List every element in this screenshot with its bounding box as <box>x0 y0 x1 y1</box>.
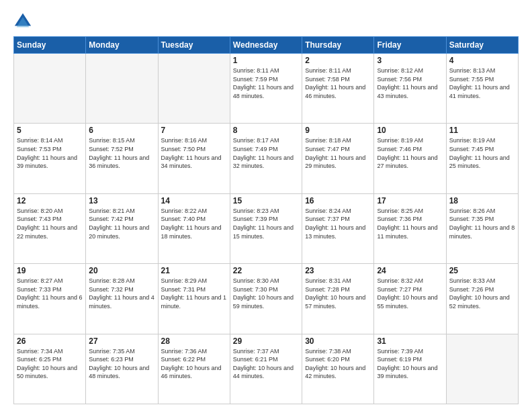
day-number: 7 <box>161 126 227 135</box>
day-cell: 2Sunrise: 8:11 AM Sunset: 7:58 PM Daylig… <box>302 54 374 124</box>
day-number: 18 <box>449 196 515 205</box>
day-cell: 16Sunrise: 8:24 AM Sunset: 7:37 PM Dayli… <box>302 193 374 263</box>
day-info: Sunrise: 8:19 AM Sunset: 7:46 PM Dayligh… <box>377 137 437 169</box>
day-cell: 24Sunrise: 8:32 AM Sunset: 7:27 PM Dayli… <box>374 264 446 334</box>
day-cell: 5Sunrise: 8:14 AM Sunset: 7:53 PM Daylig… <box>14 124 86 193</box>
column-header-friday: Friday <box>374 37 446 54</box>
day-info: Sunrise: 8:28 AM Sunset: 7:32 PM Dayligh… <box>89 277 154 310</box>
logo-icon <box>13 12 32 31</box>
day-info: Sunrise: 8:25 AM Sunset: 7:36 PM Dayligh… <box>377 208 437 240</box>
logo <box>13 12 35 31</box>
day-number: 4 <box>449 56 515 65</box>
day-cell: 15Sunrise: 8:23 AM Sunset: 7:39 PM Dayli… <box>230 193 302 263</box>
day-info: Sunrise: 7:36 AM Sunset: 6:22 PM Dayligh… <box>161 348 222 380</box>
day-number: 11 <box>449 126 515 135</box>
day-info: Sunrise: 7:38 AM Sunset: 6:20 PM Dayligh… <box>305 348 365 380</box>
day-cell: 20Sunrise: 8:28 AM Sunset: 7:32 PM Dayli… <box>86 264 158 334</box>
day-cell: 12Sunrise: 8:20 AM Sunset: 7:43 PM Dayli… <box>14 193 86 263</box>
day-number: 26 <box>17 336 83 346</box>
day-cell <box>86 54 158 124</box>
day-cell <box>446 334 518 404</box>
day-number: 2 <box>305 56 371 65</box>
day-cell: 10Sunrise: 8:19 AM Sunset: 7:46 PM Dayli… <box>374 124 446 193</box>
column-header-monday: Monday <box>86 37 158 54</box>
day-number: 22 <box>233 266 299 275</box>
day-number: 15 <box>233 196 299 205</box>
day-number: 3 <box>377 56 443 65</box>
calendar-header-row: SundayMondayTuesdayWednesdayThursdayFrid… <box>14 37 519 54</box>
day-cell <box>158 54 230 124</box>
day-info: Sunrise: 8:11 AM Sunset: 7:59 PM Dayligh… <box>233 67 294 99</box>
day-cell: 19Sunrise: 8:27 AM Sunset: 7:33 PM Dayli… <box>14 264 86 334</box>
day-info: Sunrise: 8:11 AM Sunset: 7:58 PM Dayligh… <box>305 67 365 99</box>
day-number: 19 <box>17 266 83 275</box>
day-cell: 28Sunrise: 7:36 AM Sunset: 6:22 PM Dayli… <box>158 334 230 404</box>
day-info: Sunrise: 8:26 AM Sunset: 7:35 PM Dayligh… <box>449 208 515 240</box>
day-cell: 22Sunrise: 8:30 AM Sunset: 7:30 PM Dayli… <box>230 264 302 334</box>
week-row-0: 1Sunrise: 8:11 AM Sunset: 7:59 PM Daylig… <box>14 54 519 124</box>
day-info: Sunrise: 7:37 AM Sunset: 6:21 PM Dayligh… <box>233 348 294 380</box>
day-cell: 30Sunrise: 7:38 AM Sunset: 6:20 PM Dayli… <box>302 334 374 404</box>
day-number: 23 <box>305 266 371 275</box>
day-number: 31 <box>377 336 443 346</box>
day-info: Sunrise: 8:27 AM Sunset: 7:33 PM Dayligh… <box>17 277 83 310</box>
day-number: 14 <box>161 196 227 205</box>
day-cell: 7Sunrise: 8:16 AM Sunset: 7:50 PM Daylig… <box>158 124 230 193</box>
day-info: Sunrise: 8:33 AM Sunset: 7:26 PM Dayligh… <box>449 277 510 310</box>
day-number: 17 <box>377 196 443 205</box>
day-info: Sunrise: 7:39 AM Sunset: 6:19 PM Dayligh… <box>377 348 437 380</box>
day-info: Sunrise: 8:31 AM Sunset: 7:28 PM Dayligh… <box>305 277 365 310</box>
page: SundayMondayTuesdayWednesdayThursdayFrid… <box>0 0 532 411</box>
day-cell: 8Sunrise: 8:17 AM Sunset: 7:49 PM Daylig… <box>230 124 302 193</box>
day-cell: 18Sunrise: 8:26 AM Sunset: 7:35 PM Dayli… <box>446 193 518 263</box>
week-row-1: 5Sunrise: 8:14 AM Sunset: 7:53 PM Daylig… <box>14 124 519 193</box>
day-info: Sunrise: 8:23 AM Sunset: 7:39 PM Dayligh… <box>233 208 294 240</box>
day-cell: 11Sunrise: 8:19 AM Sunset: 7:45 PM Dayli… <box>446 124 518 193</box>
day-info: Sunrise: 8:19 AM Sunset: 7:45 PM Dayligh… <box>449 137 510 169</box>
day-cell: 29Sunrise: 7:37 AM Sunset: 6:21 PM Dayli… <box>230 334 302 404</box>
day-number: 27 <box>89 336 154 346</box>
day-number: 9 <box>305 126 371 135</box>
day-cell: 21Sunrise: 8:29 AM Sunset: 7:31 PM Dayli… <box>158 264 230 334</box>
day-info: Sunrise: 8:14 AM Sunset: 7:53 PM Dayligh… <box>17 137 77 169</box>
day-info: Sunrise: 8:18 AM Sunset: 7:47 PM Dayligh… <box>305 137 365 169</box>
day-cell: 17Sunrise: 8:25 AM Sunset: 7:36 PM Dayli… <box>374 193 446 263</box>
day-info: Sunrise: 8:16 AM Sunset: 7:50 PM Dayligh… <box>161 137 222 169</box>
day-info: Sunrise: 8:30 AM Sunset: 7:30 PM Dayligh… <box>233 277 294 310</box>
day-number: 8 <box>233 126 299 135</box>
day-number: 24 <box>377 266 443 275</box>
day-info: Sunrise: 8:20 AM Sunset: 7:43 PM Dayligh… <box>17 208 77 240</box>
column-header-saturday: Saturday <box>446 37 518 54</box>
day-number: 30 <box>305 336 371 346</box>
day-number: 5 <box>17 126 83 135</box>
day-info: Sunrise: 8:12 AM Sunset: 7:56 PM Dayligh… <box>377 67 437 99</box>
day-cell: 3Sunrise: 8:12 AM Sunset: 7:56 PM Daylig… <box>374 54 446 124</box>
day-number: 6 <box>89 126 154 135</box>
day-number: 20 <box>89 266 154 275</box>
day-info: Sunrise: 8:32 AM Sunset: 7:27 PM Dayligh… <box>377 277 437 310</box>
day-number: 21 <box>161 266 227 275</box>
day-cell: 31Sunrise: 7:39 AM Sunset: 6:19 PM Dayli… <box>374 334 446 404</box>
day-cell: 27Sunrise: 7:35 AM Sunset: 6:23 PM Dayli… <box>86 334 158 404</box>
header <box>13 12 519 31</box>
day-cell: 23Sunrise: 8:31 AM Sunset: 7:28 PM Dayli… <box>302 264 374 334</box>
day-cell: 14Sunrise: 8:22 AM Sunset: 7:40 PM Dayli… <box>158 193 230 263</box>
day-number: 12 <box>17 196 83 205</box>
day-info: Sunrise: 8:22 AM Sunset: 7:40 PM Dayligh… <box>161 208 222 240</box>
day-info: Sunrise: 7:35 AM Sunset: 6:23 PM Dayligh… <box>89 348 149 380</box>
day-cell: 1Sunrise: 8:11 AM Sunset: 7:59 PM Daylig… <box>230 54 302 124</box>
week-row-3: 19Sunrise: 8:27 AM Sunset: 7:33 PM Dayli… <box>14 264 519 334</box>
column-header-tuesday: Tuesday <box>158 37 230 54</box>
day-info: Sunrise: 8:24 AM Sunset: 7:37 PM Dayligh… <box>305 208 365 240</box>
day-number: 29 <box>233 336 299 346</box>
day-info: Sunrise: 8:29 AM Sunset: 7:31 PM Dayligh… <box>161 277 227 310</box>
day-cell: 6Sunrise: 8:15 AM Sunset: 7:52 PM Daylig… <box>86 124 158 193</box>
day-info: Sunrise: 8:15 AM Sunset: 7:52 PM Dayligh… <box>89 137 149 169</box>
day-info: Sunrise: 7:34 AM Sunset: 6:25 PM Dayligh… <box>17 348 77 380</box>
calendar: SundayMondayTuesdayWednesdayThursdayFrid… <box>13 36 519 404</box>
day-number: 1 <box>233 56 299 65</box>
day-number: 25 <box>449 266 515 275</box>
day-info: Sunrise: 8:21 AM Sunset: 7:42 PM Dayligh… <box>89 208 149 240</box>
day-number: 16 <box>305 196 371 205</box>
day-number: 13 <box>89 196 154 205</box>
